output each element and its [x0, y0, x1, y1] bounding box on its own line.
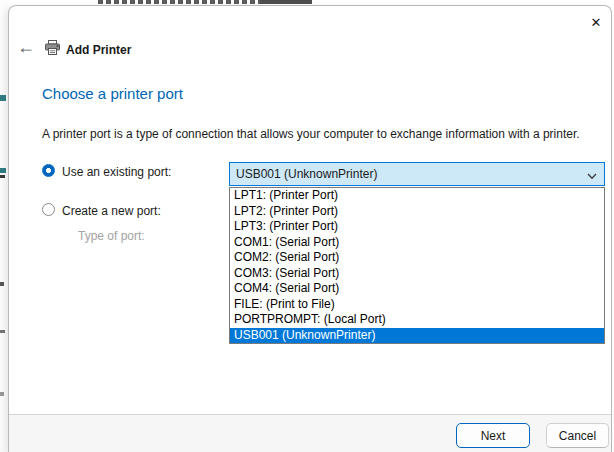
list-item[interactable]: COM1: (Serial Port)	[230, 235, 604, 251]
type-of-port-label: Type of port:	[78, 229, 145, 243]
background-window-fragment	[0, 392, 4, 396]
background-window-fragment	[0, 330, 5, 333]
background-window-fragment	[0, 282, 4, 286]
list-item[interactable]: COM3: (Serial Port)	[230, 266, 604, 282]
description-text: A printer port is a type of connection t…	[42, 127, 580, 141]
chevron-down-icon	[586, 168, 598, 180]
add-printer-dialog: ✕ ← Add Printer Choose a printer port A …	[8, 5, 612, 452]
background-window-fragment	[0, 168, 6, 173]
back-button[interactable]: ←	[15, 36, 37, 58]
close-icon[interactable]: ✕	[583, 9, 609, 35]
background-window-fragment	[260, 0, 312, 4]
background-window-fragment	[0, 175, 5, 178]
list-item-selected[interactable]: USB001 (UnknownPrinter)	[230, 328, 604, 344]
radio-use-existing-port-label[interactable]: Use an existing port:	[62, 165, 171, 179]
screen: ✕ ← Add Printer Choose a printer port A …	[0, 0, 614, 452]
cancel-button[interactable]: Cancel	[546, 423, 609, 448]
list-item[interactable]: LPT3: (Printer Port)	[230, 219, 604, 235]
radio-use-existing-port[interactable]	[42, 164, 55, 177]
list-item[interactable]: FILE: (Print to File)	[230, 297, 604, 313]
port-dropdown-list: LPT1: (Printer Port) LPT2: (Printer Port…	[229, 187, 605, 344]
list-item[interactable]: COM2: (Serial Port)	[230, 250, 604, 266]
next-button[interactable]: Next	[456, 423, 530, 448]
list-item[interactable]: PORTPROMPT: (Local Port)	[230, 312, 604, 328]
radio-create-new-port-label[interactable]: Create a new port:	[62, 204, 161, 218]
list-item[interactable]: LPT2: (Printer Port)	[230, 204, 604, 220]
background-window-fragment	[98, 0, 260, 4]
list-item[interactable]: LPT1: (Printer Port)	[230, 188, 604, 204]
printer-icon	[44, 39, 61, 56]
dialog-footer: Next Cancel	[9, 414, 611, 452]
radio-create-new-port[interactable]	[42, 203, 55, 216]
port-combobox-value: USB001 (UnknownPrinter)	[236, 167, 586, 181]
port-combobox[interactable]: USB001 (UnknownPrinter)	[229, 162, 605, 186]
page-title: Choose a printer port	[42, 85, 183, 102]
list-item[interactable]: COM4: (Serial Port)	[230, 281, 604, 297]
background-window-edge	[0, 0, 8, 452]
dialog-title: Add Printer	[66, 43, 131, 57]
background-window-fragment	[0, 95, 6, 101]
